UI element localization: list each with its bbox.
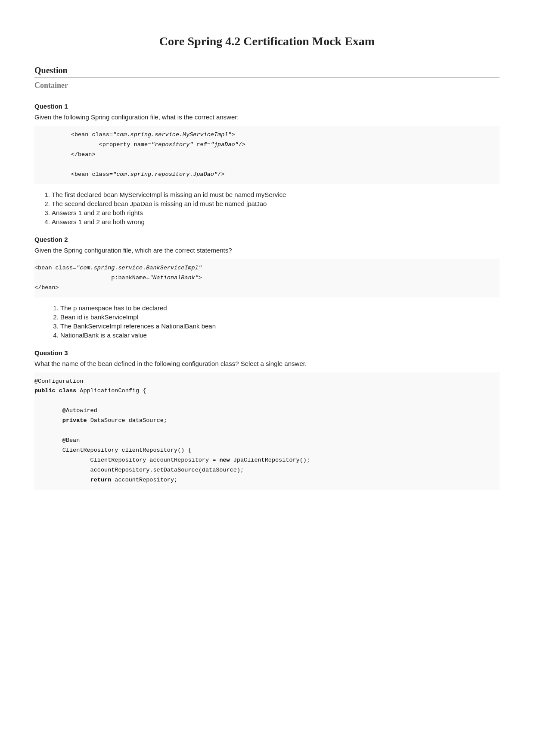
section-heading: Question (34, 66, 500, 78)
question-3-code: @Configuration public class ApplicationC… (34, 372, 500, 490)
question-1-label: Question 1 (34, 103, 500, 110)
question-1-code: <bean class="com.spring.service.MyServic… (34, 126, 500, 184)
question-2-code: <bean class="com.spring.service.BankServ… (34, 259, 500, 297)
list-item: The first declared bean MyServiceImpl is… (52, 191, 500, 198)
question-2-label: Question 2 (34, 236, 500, 243)
page-title: Core Spring 4.2 Certification Mock Exam (34, 34, 500, 48)
question-1-answers: The first declared bean MyServiceImpl is… (52, 191, 500, 225)
question-1-block: Question 1 Given the following Spring co… (34, 103, 500, 225)
question-3-label: Question 3 (34, 349, 500, 356)
list-item: The BankServiceImpl references a Nationa… (60, 322, 500, 330)
question-3-text: What the name of the bean defined in the… (34, 360, 500, 367)
q2-label-text: Question 2 (34, 236, 68, 243)
q1-label-text: Question 1 (34, 103, 68, 110)
list-item: The second declared bean JpaDao is missi… (52, 200, 500, 207)
subsection-heading: Container (34, 81, 500, 92)
list-item: Answers 1 and 2 are both wrong (52, 218, 500, 225)
question-2-answers: The p namespace has to be declared Bean … (60, 304, 500, 339)
question-3-block: Question 3 What the name of the bean def… (34, 349, 500, 490)
list-item: Answers 1 and 2 are both rights (52, 209, 500, 216)
question-1-text: Given the following Spring configuration… (34, 113, 500, 121)
list-item: NationalBank is a scalar value (60, 331, 500, 339)
list-item: The p namespace has to be declared (60, 304, 500, 312)
list-item: Bean id is bankServiceImpl (60, 313, 500, 321)
question-2-text: Given the Spring configuration file, whi… (34, 247, 500, 254)
q3-label-text: Question 3 (34, 349, 68, 356)
question-2-block: Question 2 Given the Spring configuratio… (34, 236, 500, 339)
